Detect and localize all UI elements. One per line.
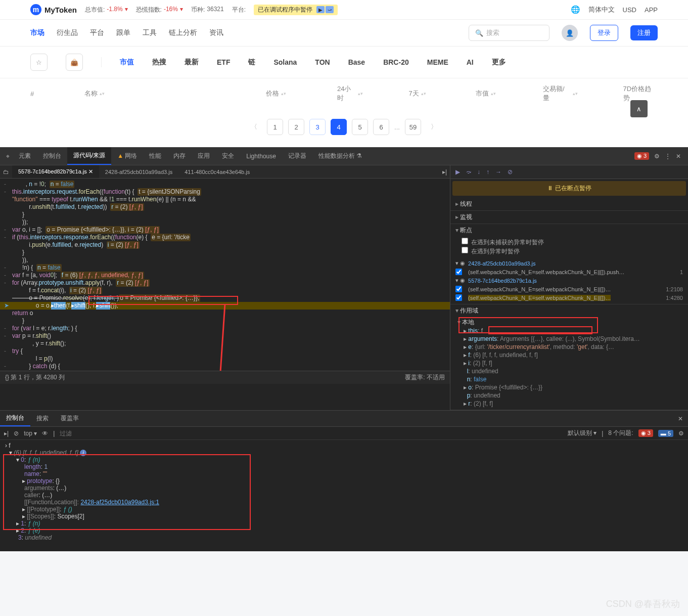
tab-perfinsights[interactable]: 性能数据分析 ⚗ — [312, 148, 368, 164]
section-threads[interactable]: 线程 — [450, 198, 688, 210]
issues-count[interactable]: 8 个问题: — [608, 429, 633, 437]
step-over-icon[interactable]: ⤼ — [466, 168, 471, 175]
nav-copy[interactable]: 跟单 — [116, 28, 130, 37]
bp-check[interactable] — [455, 294, 462, 301]
tab-performance[interactable]: 性能 — [143, 148, 167, 164]
tab-network[interactable]: ▲网络 — [111, 148, 143, 164]
page-2[interactable]: 2 — [288, 119, 304, 135]
drawer-close-icon[interactable]: ✕ — [673, 412, 688, 425]
page-4[interactable]: 4 — [331, 119, 347, 135]
console-output[interactable]: › f ▾ (6) [f, f, f, undefined, f, f] i ▾… — [0, 440, 688, 551]
tab-console[interactable]: 控制台 — [37, 148, 67, 164]
step-icon[interactable]: → — [495, 168, 501, 175]
subnav-more[interactable]: 更多 — [492, 58, 506, 67]
console-gear-icon[interactable]: ⚙ — [678, 430, 684, 437]
console-filter[interactable] — [60, 430, 120, 437]
log-level[interactable]: 默认级别 ▾ — [568, 429, 597, 437]
console-context[interactable]: top ▾ — [24, 430, 37, 437]
currency-switch[interactable]: USD — [623, 6, 636, 14]
gear-icon[interactable]: ⚙ — [654, 153, 660, 160]
subnav-chain[interactable]: 链 — [248, 58, 255, 67]
col-24h[interactable]: 24小时▴▾ — [337, 84, 363, 103]
subnav-new[interactable]: 最新 — [185, 58, 199, 67]
subnav-etf[interactable]: ETF — [217, 58, 230, 66]
subnav-brc20[interactable]: BRC-20 — [383, 58, 409, 66]
error-count[interactable]: ◉ 3 — [634, 152, 649, 160]
file-tab-3[interactable]: 411-480cc0c4ae43e64b.js — [178, 166, 256, 178]
step-out-icon[interactable]: ↑ — [486, 168, 489, 175]
tab-sources[interactable]: 源代码/来源 — [67, 147, 111, 165]
play-icon[interactable]: ▶ — [316, 6, 325, 13]
subnav-meme[interactable]: MEME — [427, 58, 448, 66]
col-7d[interactable]: 7天▴▾ — [408, 84, 430, 103]
tab-memory[interactable]: 内存 — [167, 148, 192, 164]
lang-switch[interactable]: 简体中文 — [588, 5, 615, 14]
bp-check[interactable] — [455, 286, 462, 292]
tab-application[interactable]: 应用 — [192, 148, 216, 164]
deactivate-bp-icon[interactable]: ⊘ — [508, 168, 513, 175]
page-3[interactable]: 3 — [309, 119, 326, 135]
more-icon[interactable]: ⋮ — [665, 153, 671, 160]
page-5[interactable]: 5 — [352, 119, 368, 135]
subnav-solana[interactable]: Solana — [273, 58, 297, 66]
console-errors[interactable]: ◉ 3 — [638, 429, 653, 437]
file-tab-1[interactable]: 5578-7c164bed82b79c1a.js ✕ — [12, 165, 99, 178]
step-icon[interactable]: ⤻ — [326, 6, 334, 13]
col-cap[interactable]: 市值▴▾ — [476, 84, 497, 103]
nav-news[interactable]: 资讯 — [209, 28, 223, 37]
section-breakpoints[interactable]: 断点 — [450, 224, 688, 237]
nav-market[interactable]: 市场 — [30, 28, 44, 37]
subnav-hot[interactable]: 热搜 — [152, 58, 166, 67]
search-input[interactable]: 🔍 搜索 — [469, 25, 549, 41]
nav-derivatives[interactable]: 衍生品 — [57, 28, 78, 37]
resume-icon[interactable]: ▶ — [455, 168, 460, 175]
subnav-marketcap[interactable]: 市值 — [120, 58, 134, 67]
drawer-tab-coverage[interactable]: 覆盖率 — [55, 411, 85, 426]
tab-recorder[interactable]: 记录器 — [282, 148, 312, 164]
subnav-ton[interactable]: TON — [315, 58, 330, 66]
inspect-icon[interactable]: ⌖ — [3, 151, 13, 162]
code-editor[interactable]: - , n = !0; n = false - this.interceptor… — [0, 179, 450, 371]
section-watch[interactable]: 监视 — [450, 211, 688, 224]
file-tab-2[interactable]: 2428-af25dcb010a99ad3.js — [99, 166, 178, 178]
subnav-base[interactable]: Base — [348, 58, 365, 66]
col-price[interactable]: 价格▴▾ — [266, 84, 292, 103]
col-name[interactable]: 名称▴▾ — [84, 84, 119, 103]
bp-uncaught-check[interactable] — [462, 238, 468, 244]
page-1[interactable]: 1 — [267, 119, 283, 135]
nav-onchain[interactable]: 链上分析 — [169, 28, 197, 37]
console-sidebar-icon[interactable]: ▸| — [4, 430, 9, 437]
page-next[interactable]: 〉 — [426, 119, 442, 135]
login-button[interactable]: 登录 — [590, 25, 618, 41]
file-menu-icon[interactable]: ▸| — [439, 166, 450, 178]
col-vol[interactable]: 交易额/量▴▾ — [543, 84, 578, 103]
subnav-ai[interactable]: AI — [467, 58, 474, 66]
page-prev[interactable]: 〈 — [246, 119, 262, 135]
page-last[interactable]: 59 — [405, 119, 421, 135]
console-info[interactable]: ▬ 5 — [658, 430, 673, 437]
tab-lighthouse[interactable]: Lighthouse — [240, 149, 282, 164]
nav-tools[interactable]: 工具 — [143, 28, 157, 37]
star-icon[interactable]: ☆ — [30, 54, 48, 71]
app-link[interactable]: APP — [645, 6, 658, 14]
close-icon[interactable]: ✕ — [676, 153, 681, 160]
bp-caught-check[interactable] — [462, 247, 468, 253]
portfolio-icon[interactable]: 👜 — [66, 54, 83, 71]
bp-check[interactable] — [455, 269, 462, 275]
step-into-icon[interactable]: ↓ — [477, 168, 480, 175]
user-icon[interactable]: 👤 — [562, 25, 578, 41]
drawer-tab-console[interactable]: 控制台 — [0, 411, 30, 426]
tab-elements[interactable]: 元素 — [13, 148, 37, 164]
page-6[interactable]: 6 — [373, 119, 389, 135]
clear-console-icon[interactable]: ⊘ — [14, 430, 19, 437]
drawer-tab-search[interactable]: 搜索 — [30, 411, 55, 426]
register-button[interactable]: 注册 — [630, 25, 658, 40]
nav-platforms[interactable]: 平台 — [90, 28, 104, 37]
col-hash[interactable]: # — [30, 84, 39, 103]
scroll-top-button[interactable]: ∧ — [630, 100, 648, 117]
tab-security[interactable]: 安全 — [216, 148, 240, 164]
section-scope[interactable]: 作用域 — [450, 304, 688, 317]
brand-logo[interactable]: m MyToken — [30, 4, 77, 15]
eye-icon[interactable]: 👁 — [42, 430, 48, 437]
files-icon[interactable]: 🗀 — [0, 166, 12, 178]
